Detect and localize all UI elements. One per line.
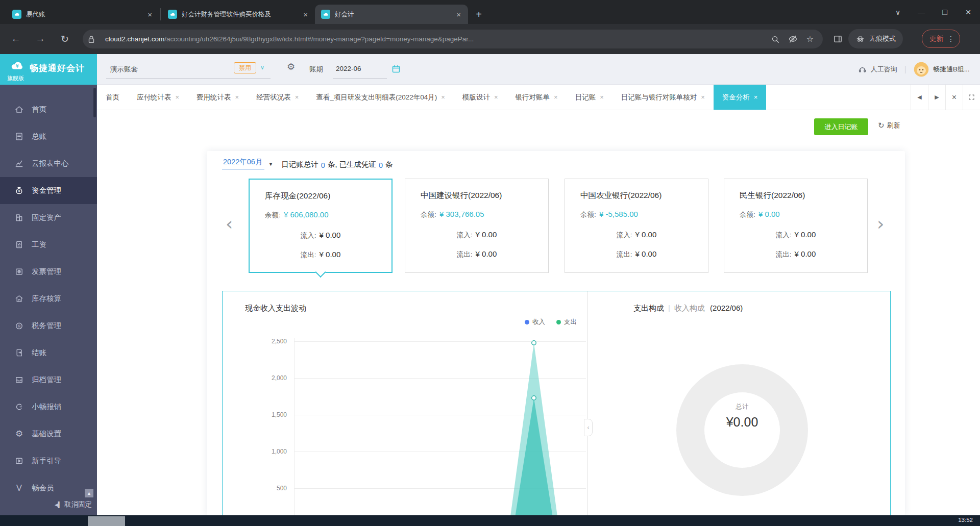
- page-tab-close-icon[interactable]: ×: [295, 93, 299, 101]
- page-tab[interactable]: 模版设计×: [454, 85, 507, 110]
- back-icon[interactable]: ←: [7, 30, 24, 47]
- tab-search-icon[interactable]: ∨: [886, 0, 910, 24]
- page-tab[interactable]: 首页: [97, 85, 128, 110]
- side-panel-icon[interactable]: [829, 30, 846, 47]
- tab-close-icon[interactable]: ×: [455, 10, 462, 19]
- support-link[interactable]: 人工咨询: [871, 65, 897, 74]
- period-caret-icon[interactable]: ▼: [268, 161, 273, 167]
- calendar-icon[interactable]: [391, 64, 401, 74]
- tabs-scroll-right-icon[interactable]: ▶: [928, 85, 945, 110]
- sidebar-item-archive[interactable]: 归档管理: [0, 366, 97, 393]
- page-tab[interactable]: 查看_项目研发支出明细表(2022年04月)×: [307, 85, 454, 110]
- browser-tab[interactable]: 好会计财务管理软件购买价格及×: [162, 5, 315, 24]
- taskbar-app-button[interactable]: [88, 516, 125, 526]
- cards-next-icon[interactable]: ›: [877, 215, 884, 233]
- settings-gear-icon[interactable]: ⚙: [287, 61, 295, 72]
- page-tab[interactable]: 经营状况表×: [248, 85, 307, 110]
- browser-menu-icon[interactable]: ⋮: [947, 35, 954, 43]
- address-bar[interactable]: cloud2.chanjet.com/accounting/uh26t264j5…: [83, 30, 823, 48]
- cards-prev-icon[interactable]: ‹: [226, 215, 233, 233]
- new-tab-icon[interactable]: +: [471, 7, 486, 22]
- panel-collapse-handle[interactable]: ‹: [584, 419, 593, 436]
- sidebar-unpin-button[interactable]: ◀▍ 取消固定: [55, 500, 92, 509]
- sidebar-scroll-up-icon[interactable]: ▲: [85, 489, 93, 497]
- sidebar-item-report[interactable]: 云报表中心: [0, 150, 97, 177]
- avatar[interactable]: [914, 62, 929, 77]
- sidebar-item-assets[interactable]: 固定资产: [0, 204, 97, 231]
- account-set-field[interactable]: 演示账套: [110, 65, 138, 74]
- outflow-value: ¥ 0.00: [317, 250, 340, 259]
- disabled-badge[interactable]: 禁用: [234, 62, 256, 73]
- browser-tab[interactable]: 易代账×: [6, 5, 159, 24]
- sidebar-item-home[interactable]: 首页: [0, 96, 97, 123]
- page-tab-close-icon[interactable]: ×: [176, 93, 180, 101]
- sidebar-item-invoice[interactable]: 发票管理: [0, 258, 97, 285]
- eye-slash-icon[interactable]: [784, 31, 801, 48]
- page-tab[interactable]: 费用统计表×: [188, 85, 248, 110]
- tabs-scroll-left-icon[interactable]: ◀: [911, 85, 928, 110]
- page-tab[interactable]: 日记账与银行对账单核对×: [612, 85, 714, 110]
- page-tab-close-icon[interactable]: ×: [754, 93, 758, 101]
- sidebar-item-guide[interactable]: 新手引导: [0, 447, 97, 474]
- zoom-icon[interactable]: [767, 31, 784, 48]
- account-card[interactable]: 中国建设银行(2022/06)余额: ¥ 303,766.05流入: ¥ 0.0…: [405, 179, 549, 273]
- sidebar-item-label: 畅会员: [32, 483, 54, 493]
- page-tab-close-icon[interactable]: ×: [554, 93, 558, 101]
- page-tab[interactable]: 资金分析×: [714, 85, 767, 110]
- os-taskbar: 13:52: [0, 515, 980, 526]
- update-button[interactable]: 更新 ⋮: [922, 30, 960, 48]
- outflow-label: 流出:: [776, 251, 792, 258]
- user-menu[interactable]: 畅捷通B组...: [933, 65, 980, 74]
- sidebar-item-tax[interactable]: 税税务管理: [0, 312, 97, 339]
- sidebar-item-label: 固定资产: [32, 213, 61, 222]
- period-value[interactable]: 2022-06: [336, 65, 361, 72]
- page-tab[interactable]: 应付统计表×: [128, 85, 188, 110]
- account-card[interactable]: 库存现金(2022/06)余额: ¥ 606,080.00流入: ¥ 0.00流…: [249, 179, 393, 273]
- page-tab[interactable]: 日记账×: [567, 85, 612, 110]
- legend-item-收入[interactable]: 收入: [525, 318, 545, 327]
- sidebar-item-money[interactable]: ¥资金管理: [0, 177, 97, 204]
- account-card[interactable]: 中国农业银行(2022/06)余额: ¥ -5,585.00流入: ¥ 0.00…: [565, 179, 708, 273]
- reload-icon[interactable]: ↻: [56, 30, 74, 47]
- tab-close-icon[interactable]: ×: [146, 10, 153, 19]
- archive-icon: [14, 375, 24, 385]
- sidebar-item-reimburse[interactable]: 小畅报销: [0, 393, 97, 420]
- sidebar-item-member[interactable]: V畅会员: [0, 474, 97, 502]
- balance-value: ¥ -5,585.00: [597, 210, 638, 218]
- sidebar-scrollbar-thumb[interactable]: [93, 88, 96, 117]
- page-tab-close-icon[interactable]: ×: [441, 93, 445, 101]
- sidebar-item-closing[interactable]: 结账: [0, 339, 97, 366]
- maximize-icon[interactable]: □: [933, 0, 957, 24]
- page-tab[interactable]: 银行对账单×: [507, 85, 567, 110]
- page-tab-label: 日记账与银行对账单核对: [621, 93, 697, 102]
- enter-journal-button[interactable]: 进入日记账: [814, 118, 868, 135]
- account-card[interactable]: 民生银行(2022/06)余额: ¥ 0.00流入: ¥ 0.00流出: ¥ 0…: [724, 179, 868, 273]
- expense-composition-tab[interactable]: 支出构成: [633, 304, 664, 312]
- refresh-button[interactable]: ↻ 刷新: [878, 121, 900, 130]
- browser-tab[interactable]: 好会计×: [315, 5, 468, 24]
- bookmark-star-icon[interactable]: ☆: [801, 31, 819, 48]
- tax-icon: 税: [14, 321, 24, 331]
- close-window-icon[interactable]: ×: [957, 0, 980, 24]
- sidebar-item-label: 库存核算: [32, 294, 61, 304]
- sidebar-item-inventory[interactable]: 库存核算: [0, 285, 97, 312]
- income-composition-tab[interactable]: 收入构成: [674, 304, 705, 312]
- tab-favicon-icon: [321, 10, 330, 19]
- page-tab-close-icon[interactable]: ×: [494, 93, 498, 101]
- sidebar-item-label: 发票管理: [32, 267, 61, 277]
- fullscreen-icon[interactable]: [963, 85, 980, 110]
- sidebar-item-payroll[interactable]: 工资: [0, 231, 97, 258]
- account-caret-icon[interactable]: ∨: [260, 64, 264, 71]
- page-tab-close-icon[interactable]: ×: [235, 93, 239, 101]
- sidebar-item-ledger[interactable]: 总账: [0, 123, 97, 150]
- forward-icon[interactable]: →: [32, 30, 49, 47]
- sidebar-item-settings[interactable]: ⚙基础设置: [0, 420, 97, 447]
- legend-item-支出[interactable]: 支出: [556, 318, 577, 327]
- period-selector[interactable]: 2022年06月: [222, 157, 264, 169]
- home-icon: [14, 105, 24, 114]
- close-all-tabs-icon[interactable]: ×: [945, 85, 963, 110]
- minimize-icon[interactable]: —: [910, 0, 933, 24]
- page-tab-close-icon[interactable]: ×: [600, 93, 604, 101]
- page-tab-close-icon[interactable]: ×: [701, 93, 705, 101]
- tab-close-icon[interactable]: ×: [302, 10, 309, 19]
